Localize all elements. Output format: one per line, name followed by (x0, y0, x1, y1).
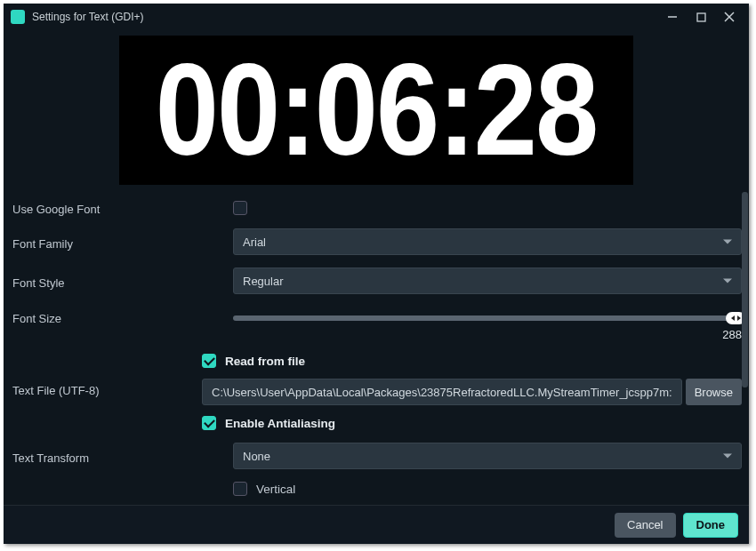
preview-text: 00:06:28 (156, 45, 597, 175)
label-enable-antialiasing: Enable Antialiasing (225, 417, 335, 430)
row-vertical: Vertical (12, 482, 742, 496)
scrollbar-thumb[interactable] (742, 192, 748, 387)
done-button[interactable]: Done (683, 513, 739, 538)
row-use-google-font: Use Google Font (12, 199, 742, 216)
chevron-down-icon (723, 454, 732, 459)
select-font-style[interactable]: Regular (233, 268, 742, 294)
preview-area: 00:06:28 (4, 30, 749, 187)
row-text-file: Text File (UTF-8) Read from file C:\User… (12, 354, 742, 430)
select-font-family[interactable]: Arial (233, 228, 742, 255)
browse-button[interactable]: Browse (686, 379, 742, 405)
row-text-transform: Text Transform None (12, 443, 742, 469)
label-text-transform: Text Transform (12, 448, 233, 465)
chevron-down-icon (723, 240, 732, 244)
window-title: Settings for Text (GDI+) (32, 11, 144, 23)
text-preview: 00:06:28 (119, 36, 633, 185)
app-icon (11, 10, 25, 24)
select-text-transform[interactable]: None (233, 443, 742, 469)
input-text-file-path[interactable]: C:\Users\User\AppData\Local\Packages\238… (202, 379, 682, 405)
row-font-size: Font Size 288 (12, 307, 742, 341)
label-font-family: Font Family (12, 234, 233, 251)
dialog-footer: Cancel Done (4, 505, 749, 544)
close-button[interactable] (715, 6, 744, 28)
titlebar: Settings for Text (GDI+) (4, 4, 749, 30)
checkbox-enable-antialiasing[interactable] (202, 416, 216, 430)
label-font-style: Font Style (12, 273, 233, 290)
row-font-family: Font Family Arial (12, 228, 742, 255)
row-font-style: Font Style Regular (12, 268, 742, 294)
select-text-transform-value: None (243, 450, 270, 463)
slider-font-size[interactable] (233, 315, 742, 321)
scrollbar[interactable] (742, 192, 748, 494)
select-font-family-value: Arial (243, 236, 266, 249)
settings-dialog: Settings for Text (GDI+) 00:06:28 Use Go… (4, 4, 749, 544)
cancel-button[interactable]: Cancel (615, 513, 675, 538)
settings-form: Use Google Font Font Family Arial Font S… (4, 187, 749, 505)
checkbox-vertical[interactable] (233, 482, 247, 496)
minimize-button[interactable] (658, 6, 687, 28)
text-file-path-value: C:\Users\User\AppData\Local\Packages\238… (212, 386, 672, 399)
maximize-button[interactable] (687, 6, 715, 28)
label-use-google-font: Use Google Font (12, 199, 233, 216)
select-font-style-value: Regular (243, 275, 284, 288)
label-font-size: Font Size (12, 307, 233, 325)
label-read-from-file: Read from file (225, 355, 305, 368)
label-text-file: Text File (UTF-8) (12, 354, 202, 397)
svg-rect-1 (697, 13, 705, 21)
font-size-value: 288 (722, 328, 742, 341)
checkbox-use-google-font[interactable] (233, 201, 247, 215)
chevron-down-icon (723, 279, 732, 283)
checkbox-read-from-file[interactable] (202, 354, 216, 368)
label-vertical: Vertical (256, 483, 295, 496)
